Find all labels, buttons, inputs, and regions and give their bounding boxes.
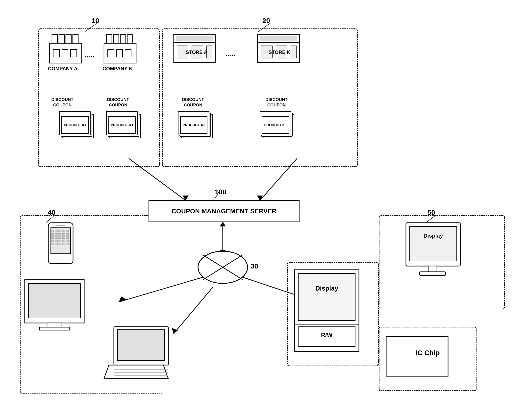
coupon-management-server-box: COUPON MANAGEMENT SERVER — [149, 200, 300, 222]
store-k-discount-label: DISCOUNTCOUPON — [260, 97, 293, 108]
store-k-product-k1: PRODUCT K1 — [262, 116, 289, 134]
svg-line-15 — [203, 255, 243, 280]
rw-label: R/W — [298, 332, 355, 339]
svg-marker-10 — [172, 328, 178, 334]
ref-30: 30 — [251, 262, 258, 270]
svg-marker-3 — [257, 196, 263, 200]
svg-marker-6 — [220, 250, 226, 255]
diagram-container: 10 20 40 50 100 30 COMPANY A COMPANY K .… — [0, 0, 527, 420]
product-k1-coupon: PRODUCT K1 — [108, 116, 136, 134]
store-a-label: STORE A — [178, 49, 215, 55]
ref-10: 10 — [92, 17, 99, 25]
svg-line-9 — [173, 287, 213, 334]
display-monitor-text: Display — [412, 233, 455, 239]
store-a-product-a1: PRODUCT A1 — [180, 116, 207, 134]
svg-marker-5 — [220, 222, 226, 226]
client-devices-group — [20, 215, 163, 394]
svg-point-13 — [198, 251, 248, 283]
svg-point-16 — [198, 251, 248, 283]
store-a-discount-label: DISCOUNTCOUPON — [178, 97, 208, 108]
pos-display-label: Display — [298, 285, 355, 292]
ic-chip-label: IC Chip — [382, 349, 473, 357]
store-k-label: STORE K — [259, 49, 300, 55]
server-label: COUPON MANAGEMENT SERVER — [172, 207, 276, 215]
product-a1-coupon: PRODUCT A1 — [61, 116, 89, 134]
ref-20: 20 — [262, 17, 270, 25]
display-group — [379, 215, 505, 309]
stores-ellipsis: ..... — [225, 49, 236, 58]
companies-ellipsis: ..... — [84, 51, 95, 59]
ic-chip-group — [379, 327, 477, 391]
svg-marker-1 — [183, 196, 189, 200]
company-a-label: COMPANY A — [46, 66, 79, 72]
pos-terminal-group — [287, 262, 379, 366]
ref-100: 100 — [215, 188, 226, 196]
company-a-discount-label: DISCOUNTCOUPON — [48, 97, 77, 108]
company-k-label: COMPANY K — [101, 66, 134, 72]
company-k-discount-label: DISCOUNTCOUPON — [102, 97, 134, 108]
svg-line-14 — [203, 255, 243, 280]
